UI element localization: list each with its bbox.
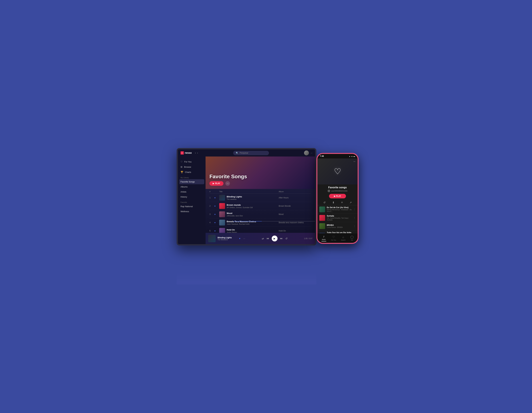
phone-song-thumbnail — [319, 206, 325, 212]
phone-song-thumbnail — [319, 215, 325, 221]
player-heart-button[interactable]: ♥ — [239, 237, 240, 240]
shuffle-button[interactable]: ⇄ — [262, 237, 264, 240]
battery-icon: ▬ — [353, 155, 355, 157]
phone-download-button[interactable]: ⬇ — [332, 201, 334, 204]
search-nav-icon: ⌕ — [342, 235, 344, 239]
song-number: 4 — [209, 221, 214, 224]
song-heart-icon[interactable]: ♥ — [214, 205, 219, 207]
player-artist: The Weekend — [218, 239, 237, 241]
progress-bar[interactable] — [233, 221, 315, 221]
phone-status-bar: 7:49 ▲ ▲ ▬ — [317, 154, 358, 158]
table-row[interactable]: 5 ♥ Hold On Justin Bieber Hold On — [209, 227, 311, 233]
song-title: Brown munde — [227, 204, 253, 206]
history-label: History — [180, 196, 187, 198]
forward-button[interactable]: › — [197, 151, 198, 154]
phone-song-more-button[interactable]: ⋮ — [353, 225, 356, 228]
albums-label: Albums — [180, 185, 188, 188]
song-album: Mood — [279, 213, 311, 215]
phone-song-row[interactable]: BRABA Luísa Sonza · BRABA ⋮ — [317, 222, 358, 230]
play-icon: ▶ — [213, 182, 214, 184]
sidebar-item-history[interactable]: History — [178, 194, 206, 199]
phone-song-row[interactable]: Tudo Que Vai um Dia Volta (Ao... Gusttav… — [317, 230, 358, 233]
song-heart-icon[interactable]: ♥ — [214, 221, 219, 224]
table-row[interactable]: 4 ♥ Bewafa Tera Masoom Chehra Jubin Naut… — [209, 219, 311, 227]
phone-play-button[interactable]: ▶ PLAY — [329, 194, 346, 198]
col-num: # — [209, 191, 214, 193]
song-heart-icon[interactable]: ♥ — [214, 197, 219, 199]
phone-song-meta: Luísa Sonza · BRABA — [327, 227, 352, 228]
song-info: Hold On Justin Bieber — [219, 228, 279, 233]
phone-hero-more[interactable]: ··· — [353, 160, 355, 163]
phone-song-more-button[interactable]: ⋮ — [353, 217, 356, 219]
sidebar-item-rap-national[interactable]: Rap National — [178, 204, 206, 209]
repeat-button[interactable]: ↺ — [285, 237, 287, 240]
song-thumbnail — [219, 195, 225, 201]
phone-song-row[interactable]: Surtada Olk, Dadá Boladão, Tati Zaqui · … — [317, 214, 358, 222]
song-info: Mood 24KGoldn, Iann Dior — [219, 211, 279, 217]
phone-user-avatar — [328, 190, 330, 192]
phone-nav-for-you[interactable]: ♡ For You — [331, 235, 336, 241]
song-title: Hold On — [227, 229, 237, 231]
song-thumbnail — [219, 211, 225, 217]
sidebar-item-albums[interactable]: Albums — [178, 184, 206, 189]
wellness-label: Wellness — [180, 210, 189, 213]
song-heart-icon[interactable]: ♥ — [214, 230, 219, 232]
play-button[interactable]: ▶ PLAY — [209, 181, 223, 186]
phone: 7:49 ▲ ▲ ▬ ♡ ··· Favorite songs user9455… — [316, 153, 359, 244]
phone-song-title: Tudo Que Vai um Dia Volta (Ao... — [327, 231, 352, 233]
sidebar-item-charts[interactable]: 🏆 Charts — [178, 169, 206, 175]
favorite-songs-label: Favorite Songs — [180, 181, 195, 183]
phone-song-more-button[interactable]: ⋮ — [353, 208, 356, 211]
music-nav-icon: ♪ — [323, 235, 324, 238]
sidebar-item-wellness[interactable]: Wellness — [178, 209, 206, 214]
me-nav-label: Me — [351, 239, 353, 241]
song-artist: AP Dhillon, Gminxr, Gurinder Gill — [227, 206, 253, 209]
song-number: 1 — [209, 197, 214, 199]
phone-nav-me[interactable]: ◯ Me — [350, 235, 354, 241]
search-placeholder: Pesquisar — [240, 152, 248, 154]
phone-share-button[interactable]: ↗ — [350, 201, 352, 204]
next-button[interactable]: ⏭ — [280, 237, 283, 240]
search-bar[interactable]: 🔍 Pesquisar — [233, 151, 269, 155]
sidebar-item-for-you[interactable]: ♡ For You — [178, 159, 206, 164]
sidebar-item-browse[interactable]: ⊞ Browse — [178, 164, 206, 169]
song-album: After Hours — [279, 197, 311, 199]
phone-nav-search[interactable]: ⌕ Search — [341, 235, 346, 241]
song-text: Blinding Lights The weeknd — [227, 195, 242, 200]
heart-icon: ♡ — [180, 160, 183, 163]
player-more-button[interactable]: ··· — [243, 237, 245, 240]
phone-loop-button[interactable]: ↺ — [323, 201, 325, 204]
phone-song-row[interactable]: Eu Sei de Cor (Ao Vivo) Marília Mendonça… — [317, 205, 358, 214]
player-info: Blinding Lights The Weekend — [218, 237, 237, 241]
song-album: Brown Munde — [279, 205, 311, 207]
song-heart-icon[interactable]: ♥ — [214, 213, 219, 216]
avatar[interactable] — [304, 150, 309, 155]
phone-filter-button[interactable]: ≡ — [341, 201, 343, 204]
song-title: Mood — [227, 212, 243, 214]
back-button[interactable]: ‹ — [195, 151, 196, 154]
sidebar-item-favorite-songs[interactable]: Favorite Songs — [179, 179, 204, 184]
song-artist: Jubin Nautiyal, Rochak Kohli — [227, 223, 256, 225]
hero-more-button[interactable]: ··· — [225, 181, 230, 186]
table-row[interactable]: 3 ♥ Mood 24KGoldn, Iann Dior Mood — [209, 210, 311, 219]
for-you-label: For You — [184, 161, 191, 163]
me-nav-icon: ◯ — [350, 235, 354, 239]
phone-heart-overlay: ♡ — [334, 167, 341, 176]
song-artist: 24KGoldn, Iann Dior — [227, 215, 243, 217]
song-title: Bewafa Tera Masoom Chehra — [227, 220, 256, 223]
table-row[interactable]: 1 ♥ Blinding Lights The weeknd After Hou… — [209, 194, 311, 202]
play-pause-button[interactable]: ▶ — [272, 236, 277, 241]
sidebar-item-artists[interactable]: Artists — [178, 189, 206, 194]
favorite-section-label: Favorite — [178, 199, 206, 204]
topbar: r resso ‹ › 🔍 Pesquisar ··· — [178, 149, 315, 156]
topbar-more-button[interactable]: ··· — [311, 152, 313, 154]
player-thumbnail — [208, 235, 216, 242]
progress-fill — [233, 221, 262, 221]
search-nav-label: Search — [341, 239, 346, 241]
prev-button[interactable]: ⏮ — [266, 237, 269, 240]
phone-nav-music[interactable]: ♪ Music — [321, 235, 326, 241]
song-info: Blinding Lights The weeknd — [219, 195, 279, 201]
phone-song-info: Eu Sei de Cor (Ao Vivo) Marília Mendonça… — [327, 206, 352, 212]
col-album: Album — [279, 191, 311, 193]
table-row[interactable]: 2 ♥ Brown munde AP Dhillon, Gminxr, Guri… — [209, 202, 311, 210]
